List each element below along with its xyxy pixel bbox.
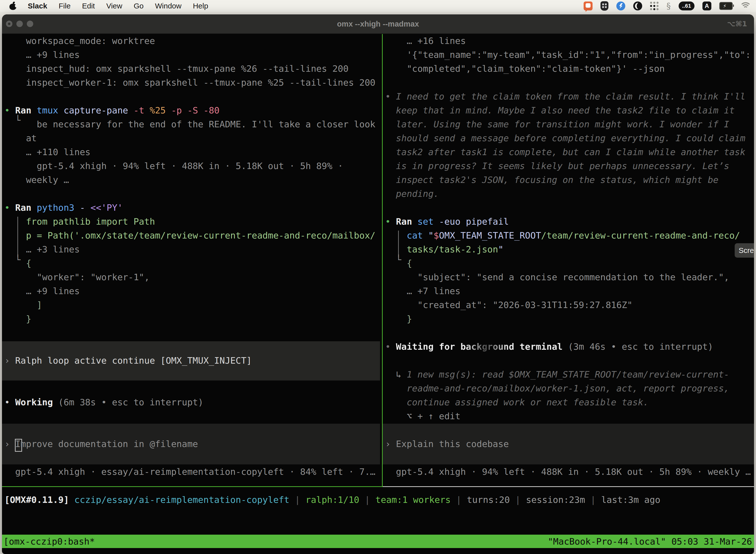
blue-badge-icon[interactable] (616, 1, 625, 10)
terminal-line: readme-and-reco/mailbox/worker-1.json, a… (385, 382, 729, 395)
omx-status-line: [OMX#0.11.9] cczip/essay/ai-reimplementa… (2, 493, 754, 507)
apple-menu-icon[interactable] (9, 2, 16, 10)
terminal-line: • Ran python3 - <<'PY' (4, 201, 123, 215)
left-pane-border (2, 486, 382, 487)
terminal-line: › Explain this codebase (385, 437, 509, 451)
terminal-line: ⌥ + ↑ edit (385, 409, 460, 423)
terminal-line: … +9 lines (4, 48, 80, 62)
terminal-line: "created_at": "2026-03-31T11:59:27.816Z" (385, 298, 632, 312)
terminal-line: › Ralph loop active continue [OMX_TMUX_I… (4, 354, 252, 368)
menu-file[interactable]: File (59, 2, 70, 10)
terminal-line: } (385, 312, 412, 326)
tmux-pane-divider[interactable] (382, 34, 383, 487)
menu-app-name[interactable]: Slack (28, 2, 47, 10)
terminal-line: inspect_hud: omx sparkshell --tmux-pane … (4, 62, 349, 76)
shield-grid-icon[interactable] (601, 1, 609, 11)
terminal-line: └ { (4, 257, 31, 270)
terminal-line: ] (4, 298, 42, 312)
desktop: { "palette":{ "green_tmux":"#55b93b", "g… (0, 0, 756, 554)
terminal-line: at (4, 131, 37, 145)
terminal-line: pending. (385, 187, 439, 201)
menu-go[interactable]: Go (134, 2, 144, 10)
tmux-session-name[interactable]: [omx-cczip0:bash* (2, 536, 95, 547)
terminal-line: should send a message before completing … (385, 131, 745, 145)
terminal-line: '{"team_name":"my-team","task_id":"1","f… (385, 48, 751, 62)
terminal-window: omx --xhigh --madmax ⌥⌘1 workspace_mode:… (2, 14, 754, 554)
terminal-line: "worker": "worker-1", (4, 270, 149, 284)
crescent-app-icon[interactable] (633, 1, 642, 10)
terminal-line: ↳ 1 new msg(s): read $OMX_TEAM_STATE_ROO… (385, 368, 729, 382)
window-shortcut-badge: ⌥⌘1 (727, 14, 747, 34)
terminal-line: continue assigned work or next feasible … (385, 395, 649, 409)
menu-view[interactable]: View (106, 2, 122, 10)
right-pane-border (383, 486, 754, 487)
terminal-line: … +7 lines (385, 284, 460, 298)
terminal-line: task2 after task1 is complete, but can I… (385, 145, 745, 159)
terminal-line: • Working (6m 38s • esc to interrupt) (4, 395, 203, 409)
terminal-line: cat "$OMX_TEAM_STATE_ROOT/team/review-cu… (385, 229, 740, 242)
dots-grid-icon[interactable] (650, 2, 658, 10)
terminal-line: workspace_mode: worktree (4, 34, 155, 48)
terminal-line: p = Path('.omx/state/team/review-current… (4, 229, 376, 242)
terminal-line: } (4, 312, 31, 326)
battery-charging-icon[interactable]: ⚡ (719, 2, 733, 10)
terminal-line: … +3 lines (4, 242, 80, 257)
count-badge[interactable]: ..61 (679, 1, 694, 10)
terminal-line: is in progress? It seems likely but perh… (385, 159, 729, 173)
terminal-line: "completed","claim_token":"claim-token"}… (385, 62, 665, 76)
tmux-host-clock: "MacBook-Pro-44.local" 05:03 31-Mar-26 (548, 536, 754, 547)
terminal-line: from pathlib import Path (4, 215, 155, 229)
terminal-line: tasks/task-2.json" (385, 242, 504, 257)
terminal-line: • I need to get the claim token from the… (385, 90, 745, 104)
menu-window[interactable]: Window (155, 2, 182, 10)
terminal-line: └ { (385, 257, 412, 270)
window-titlebar[interactable]: omx --xhigh --madmax ⌥⌘1 (2, 14, 754, 34)
terminal-line: … +9 lines (4, 284, 80, 298)
terminal-line: later. Using the same for transition mig… (385, 117, 729, 131)
terminal-line: … +110 lines (4, 145, 90, 159)
screen-tooltip: Scre (735, 243, 754, 258)
terminal-line: gpt-5.4 xhigh · 94% left · 488K in · 5.1… (385, 465, 751, 479)
terminal-line: weekly … (4, 173, 69, 187)
terminal-line: inspect task2's JSON, focusing on the st… (385, 173, 718, 187)
terminal-line: • Waiting for background terminal (3m 46… (385, 340, 713, 354)
terminal-line: inspect_worker-1: omx sparkshell --tmux-… (4, 76, 376, 90)
menu-edit[interactable]: Edit (82, 2, 95, 10)
chat-app-icon[interactable] (584, 1, 592, 10)
tmux-status-bar: [omx-cczip0:bash* "MacBook-Pro-44.local"… (2, 535, 754, 548)
terminal-line: "subject": "send a concise recommendatio… (385, 270, 729, 284)
right-terminal-pane[interactable]: … +16 lines '{"team_name":"my-team","tas… (383, 34, 754, 486)
a-badge-icon[interactable]: A (702, 1, 711, 10)
squiggle-icon[interactable]: § (667, 1, 671, 11)
left-terminal-pane[interactable]: workspace_mode: worktree … +9 lines insp… (2, 34, 382, 486)
terminal-line: keep that in mind. Maybe I also need the… (385, 104, 735, 117)
terminal-line: gpt-5.4 xhigh · essay/ai-reimplementatio… (4, 465, 376, 479)
menu-bar: Slack File Edit View Go Window Help § ..… (0, 0, 756, 12)
terminal-line: gpt-5.4 xhigh · 94% left · 488K in · 5.1… (4, 159, 343, 173)
window-title: omx --xhigh --madmax (2, 14, 754, 34)
menu-help[interactable]: Help (193, 2, 208, 10)
terminal-line: [OMX#0.11.9] cczip/essay/ai-reimplementa… (4, 493, 660, 507)
terminal-line: └ be necessary for the end of the README… (4, 117, 376, 131)
terminal-line: … +16 lines (385, 34, 466, 48)
terminal-line: › Improve documentation in @filename (4, 437, 198, 451)
wifi-icon[interactable] (741, 2, 751, 10)
terminal-line: • Ran tmux capture-pane -t %25 -p -S -80 (4, 104, 219, 117)
terminal-line: • Ran set -euo pipefail (385, 215, 509, 229)
